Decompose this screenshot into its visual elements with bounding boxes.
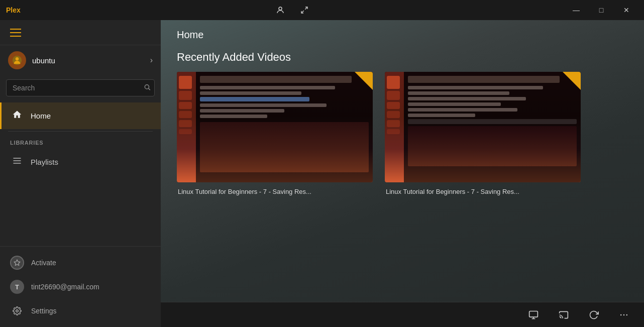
monitor-button[interactable] — [525, 307, 542, 323]
terminal-sidebar-sim-1 — [177, 72, 196, 182]
settings-item[interactable]: Settings — [0, 299, 161, 323]
hamburger-line-2 — [10, 32, 21, 33]
playlists-icon — [12, 156, 23, 168]
svg-marker-10 — [14, 260, 20, 265]
video-title-2: Linux Tutorial for Beginners - 7 - Savin… — [385, 187, 581, 196]
main-header: Home — [161, 20, 644, 47]
activate-icon — [10, 256, 24, 270]
corner-badge-1 — [355, 72, 373, 90]
close-button[interactable]: ✕ — [615, 2, 638, 18]
bottom-bar — [161, 302, 644, 327]
svg-point-18 — [626, 314, 628, 315]
video-thumbnail-1 — [177, 72, 373, 182]
section-title: Recently Added Videos — [161, 47, 644, 72]
video-card-2[interactable]: Linux Tutorial for Beginners - 7 - Savin… — [385, 72, 581, 196]
user-section[interactable]: ubuntu › — [0, 45, 161, 75]
sidebar-item-home-label: Home — [31, 112, 51, 120]
home-icon — [12, 110, 23, 122]
sidebar-item-playlists-label: Playlists — [31, 158, 58, 166]
svg-rect-12 — [529, 311, 538, 317]
video-thumbnail-2 — [385, 72, 581, 182]
search-bar — [6, 79, 155, 96]
page-title: Home — [177, 29, 628, 41]
minimize-button[interactable]: — — [565, 2, 588, 18]
settings-label: Settings — [31, 307, 57, 315]
activate-item[interactable]: Activate — [0, 251, 161, 275]
svg-line-6 — [149, 88, 150, 90]
svg-point-0 — [279, 7, 282, 10]
cast-button[interactable] — [556, 307, 572, 323]
hamburger-line-3 — [10, 36, 21, 37]
titlebar-controls: — □ ✕ — [565, 2, 638, 18]
sidebar: ubuntu › Home LIBRARIE — [0, 20, 161, 327]
sidebar-footer: Activate T tint26690@gmail.com Settings — [0, 246, 161, 327]
settings-icon — [10, 304, 24, 318]
user-t-icon: T — [10, 280, 24, 294]
activate-label: Activate — [31, 259, 56, 267]
sidebar-item-playlists[interactable]: Playlists — [0, 149, 161, 175]
hamburger-line-1 — [10, 29, 21, 30]
terminal-main-1 — [196, 72, 373, 182]
video-title-1: Linux Tutorial for Beginners - 7 - Savin… — [177, 187, 373, 196]
svg-line-2 — [301, 11, 304, 13]
maximize-button[interactable]: □ — [590, 2, 613, 18]
terminal-main-2 — [404, 72, 581, 182]
refresh-button[interactable] — [586, 307, 602, 323]
chevron-right-icon: › — [150, 56, 153, 65]
svg-point-5 — [145, 85, 149, 89]
expand-icon-btn[interactable] — [296, 2, 312, 18]
titlebar-icons — [272, 2, 312, 18]
libraries-label: LIBRARIES — [0, 134, 161, 149]
app-title: Plex — [6, 6, 21, 14]
search-button[interactable] — [144, 84, 151, 92]
hamburger-button[interactable] — [8, 27, 23, 39]
titlebar: Plex — □ ✕ — [0, 0, 644, 20]
user-account-item[interactable]: T tint26690@gmail.com — [0, 275, 161, 299]
sidebar-item-home[interactable]: Home — [0, 102, 161, 129]
sidebar-nav: Home LIBRARIES Playlists — [0, 102, 161, 246]
svg-point-17 — [623, 314, 625, 315]
main-content: Home Recently Added Videos — [161, 20, 644, 302]
user-email-label: tint26690@gmail.com — [31, 283, 99, 291]
profile-icon-btn[interactable] — [272, 2, 288, 18]
svg-point-4 — [16, 57, 19, 60]
sidebar-header — [0, 20, 161, 45]
avatar — [8, 51, 26, 69]
app-layout: ubuntu › Home LIBRARIE — [0, 20, 644, 327]
libraries-divider — [8, 131, 153, 132]
svg-point-11 — [16, 310, 19, 312]
svg-point-16 — [620, 314, 622, 315]
terminal-sidebar-sim-2 — [385, 72, 404, 182]
search-input[interactable] — [6, 79, 155, 96]
corner-badge-2 — [563, 72, 581, 90]
titlebar-left: Plex — [6, 6, 21, 14]
video-card-1[interactable]: Linux Tutorial for Beginners - 7 - Savin… — [177, 72, 373, 196]
svg-line-1 — [305, 7, 308, 10]
user-name: ubuntu — [32, 56, 150, 65]
videos-grid: Linux Tutorial for Beginners - 7 - Savin… — [161, 72, 644, 212]
more-button[interactable] — [616, 307, 632, 323]
